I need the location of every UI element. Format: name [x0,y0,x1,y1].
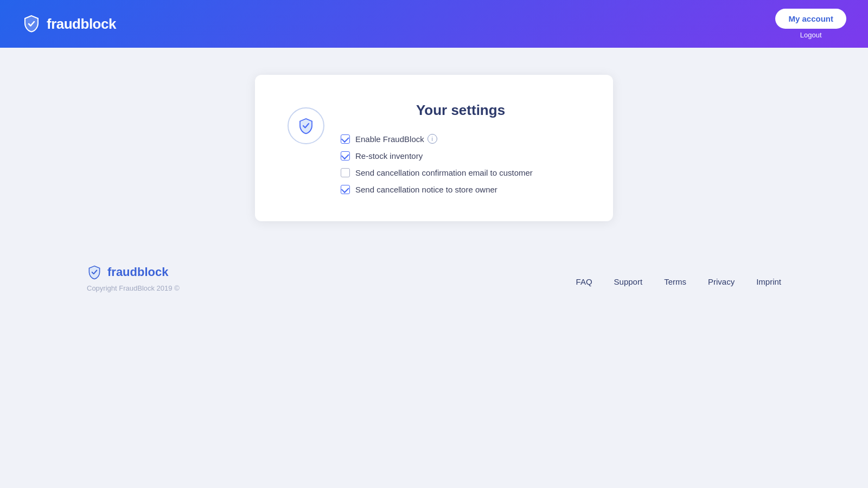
footer-link-support[interactable]: Support [614,277,643,286]
card-body: Your settings Enable FraudBlock i Re-sto… [341,102,580,194]
main-content: Your settings Enable FraudBlock i Re-sto… [0,48,868,488]
info-icon-enable-fraudblock[interactable]: i [427,134,437,144]
setting-label-cancellation-email: Send cancellation confirmation email to … [355,168,533,177]
setting-label-restock: Re-stock inventory [355,151,423,160]
setting-label-enable-fraudblock: Enable FraudBlock i [355,134,437,144]
header-logo-text: fraudblock [47,16,116,33]
shield-card-icon [297,117,315,134]
setting-item-enable-fraudblock: Enable FraudBlock i [341,134,580,144]
footer-logo-text: fraudblock [107,265,168,279]
setting-item-cancellation-email: Send cancellation confirmation email to … [341,168,580,177]
header: fraudblock My account Logout [0,0,868,48]
logout-link[interactable]: Logout [800,31,822,39]
checkbox-restock[interactable] [341,151,350,160]
footer-links: FAQ Support Terms Privacy Imprint [87,277,781,286]
shield-icon [22,14,41,34]
settings-list: Enable FraudBlock i Re-stock inventory S… [341,134,580,194]
footer: fraudblock Copyright FraudBlock 2019 © F… [0,265,868,308]
checkbox-cancellation-notice[interactable] [341,185,350,194]
footer-link-terms[interactable]: Terms [664,277,686,286]
header-right: My account Logout [775,9,846,39]
footer-link-imprint[interactable]: Imprint [756,277,781,286]
footer-link-faq[interactable]: FAQ [576,277,592,286]
footer-link-privacy[interactable]: Privacy [708,277,735,286]
settings-title: Your settings [341,102,580,119]
setting-label-cancellation-notice: Send cancellation notice to store owner [355,185,497,194]
my-account-button[interactable]: My account [775,9,846,29]
checkbox-cancellation-email[interactable] [341,168,350,177]
setting-item-restock: Re-stock inventory [341,151,580,160]
header-logo: fraudblock [22,14,116,34]
checkbox-enable-fraudblock[interactable] [341,134,350,144]
setting-item-cancellation-notice: Send cancellation notice to store owner [341,185,580,194]
card-icon-area [288,107,324,144]
settings-card: Your settings Enable FraudBlock i Re-sto… [255,75,613,221]
footer-shield-icon [87,265,102,280]
